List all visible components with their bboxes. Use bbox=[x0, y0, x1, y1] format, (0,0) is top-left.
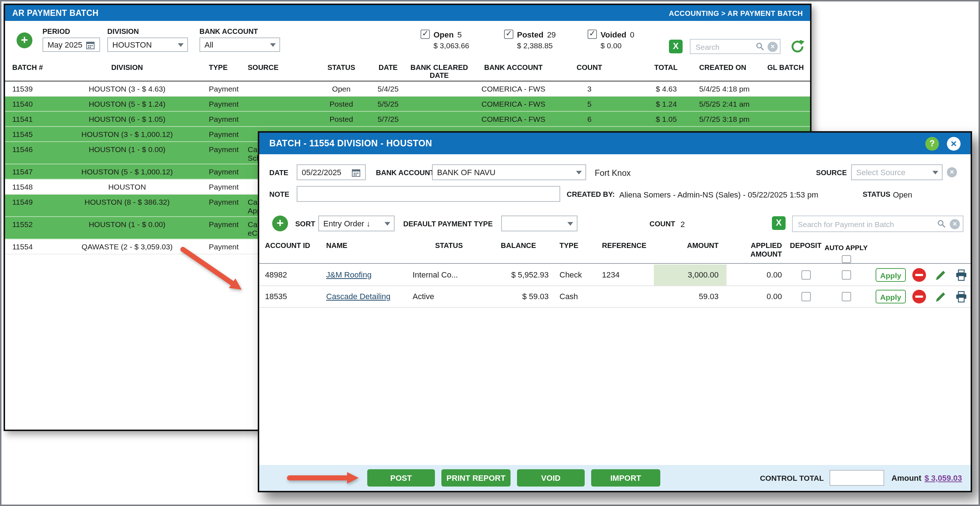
check-icon: ✓ bbox=[506, 29, 512, 38]
auto-apply-all-checkbox[interactable] bbox=[842, 255, 851, 263]
annotation-arrow-icon bbox=[286, 471, 366, 485]
void-button[interactable]: VOID bbox=[517, 469, 585, 487]
import-button[interactable]: IMPORT bbox=[591, 469, 660, 487]
print-payment-button[interactable] bbox=[955, 268, 968, 281]
source-select[interactable]: Select Source bbox=[851, 164, 943, 180]
cell-total: $ 4.63 bbox=[620, 81, 682, 96]
search-input[interactable] bbox=[690, 39, 781, 54]
status-filter-amount: $ 0.00 bbox=[601, 41, 671, 50]
col-balance: BALANCE bbox=[487, 239, 550, 263]
payment-row[interactable]: 18535 Cascade Detailing Active $ 59.03 C… bbox=[259, 286, 970, 308]
col-actions bbox=[864, 239, 969, 263]
post-button[interactable]: POST bbox=[367, 469, 435, 487]
cell-type: Payment bbox=[205, 112, 245, 126]
auto-apply-checkbox[interactable] bbox=[842, 270, 851, 280]
cell-total: $ 1.24 bbox=[620, 97, 682, 111]
excel-export-button[interactable]: X bbox=[772, 216, 786, 230]
payment-search-field: × bbox=[792, 215, 963, 232]
col-deposit: DEPOSIT bbox=[783, 239, 828, 263]
bank-account-select[interactable]: BANK OF NAVU bbox=[432, 164, 586, 180]
cell-batch: 11546 bbox=[5, 142, 50, 164]
edit-payment-button[interactable] bbox=[934, 290, 947, 303]
date-value: 05/22/2025 bbox=[302, 168, 341, 177]
table-row[interactable]: 11539 HOUSTON (3 - $ 4.63) Payment Open … bbox=[5, 81, 810, 97]
period-input[interactable]: May 2025 bbox=[43, 37, 100, 52]
screenshot: AR PAYMENT BATCH ACCOUNTING > AR PAYMENT… bbox=[0, 0, 980, 506]
remove-payment-button[interactable] bbox=[912, 290, 926, 303]
cell-division: HOUSTON (5 - $ 1,000.12) bbox=[50, 164, 205, 179]
cell-source bbox=[245, 112, 317, 126]
payments-table-body: 48982 J&M Roofing Internal Co... $ 5,952… bbox=[259, 265, 970, 308]
cell-bank-account: COMERICA - FWS bbox=[468, 112, 559, 126]
cell-created-on: 5/4/25 4:18 pm bbox=[682, 81, 761, 96]
table-row[interactable]: 11540 HOUSTON (5 - $ 1.24) Payment Poste… bbox=[5, 97, 810, 112]
account-name-link[interactable]: J&M Roofing bbox=[326, 270, 372, 279]
amount-total-link[interactable]: $ 3,059.03 bbox=[924, 474, 962, 482]
note-input[interactable] bbox=[297, 186, 560, 202]
bank-account-select[interactable]: All bbox=[199, 37, 280, 52]
status-filter-checkbox[interactable]: ✓ bbox=[587, 30, 597, 39]
status-filter-label: Posted bbox=[517, 30, 543, 38]
cell-source bbox=[245, 81, 317, 96]
cell-actions: Apply bbox=[864, 286, 969, 307]
apply-button[interactable]: Apply bbox=[876, 290, 906, 303]
sort-select[interactable]: Entry Order ↓ bbox=[318, 215, 395, 231]
breadcrumb[interactable]: ACCOUNTING > AR PAYMENT BATCH bbox=[669, 9, 803, 17]
check-icon: ✓ bbox=[589, 29, 595, 38]
cell-batch: 11539 bbox=[5, 81, 50, 96]
chevron-down-icon bbox=[567, 222, 573, 226]
edit-payment-button[interactable] bbox=[934, 268, 947, 281]
cell-name: Cascade Detailing bbox=[319, 286, 411, 307]
cell-reference: 1234 bbox=[593, 265, 654, 286]
ar-payment-batch-titlebar: AR PAYMENT BATCH ACCOUNTING > AR PAYMENT… bbox=[5, 5, 810, 21]
amount-input[interactable]: 59.03 bbox=[654, 286, 727, 307]
status-filter-checkbox[interactable]: ✓ bbox=[504, 30, 514, 39]
status-filter-checkbox[interactable]: ✓ bbox=[420, 30, 430, 39]
division-select[interactable]: HOUSTON bbox=[107, 37, 188, 52]
deposit-checkbox[interactable] bbox=[801, 270, 810, 280]
cell-type: Check bbox=[550, 265, 593, 286]
help-button[interactable]: ? bbox=[925, 137, 939, 150]
calendar-icon bbox=[352, 168, 361, 177]
col-reference: REFERENCE bbox=[593, 239, 654, 263]
deposit-checkbox[interactable] bbox=[801, 292, 810, 301]
cell-type: Payment bbox=[205, 97, 245, 111]
add-batch-button[interactable]: + bbox=[17, 32, 32, 48]
close-button[interactable]: × bbox=[947, 137, 961, 150]
cell-bank-account: COMERICA - FWS bbox=[468, 97, 559, 111]
source-label: SOURCE bbox=[812, 169, 847, 177]
refresh-icon[interactable] bbox=[790, 39, 805, 54]
cell-count: 3 bbox=[559, 81, 620, 96]
account-name-link[interactable]: Cascade Detailing bbox=[326, 292, 391, 300]
search-icon[interactable] bbox=[937, 219, 946, 228]
control-total-input[interactable] bbox=[829, 470, 884, 486]
excel-export-button[interactable]: X bbox=[669, 40, 682, 53]
payment-row[interactable]: 48982 J&M Roofing Internal Co... $ 5,952… bbox=[259, 265, 970, 286]
cell-auto-apply bbox=[828, 265, 864, 286]
cell-deposit bbox=[783, 286, 828, 307]
division-label: DIVISION bbox=[107, 27, 139, 35]
apply-button[interactable]: Apply bbox=[876, 268, 906, 282]
col-name: NAME bbox=[319, 239, 411, 263]
print-payment-button[interactable] bbox=[955, 290, 968, 303]
date-input[interactable]: 05/22/2025 bbox=[297, 164, 366, 180]
cell-division: HOUSTON (6 - $ 1.05) bbox=[50, 112, 205, 126]
auto-apply-checkbox[interactable] bbox=[842, 292, 851, 301]
col-count: COUNT bbox=[559, 61, 620, 81]
clear-source-icon[interactable]: × bbox=[947, 167, 957, 177]
add-payment-button[interactable]: + bbox=[272, 215, 288, 231]
table-row[interactable]: 11541 HOUSTON (6 - $ 1.05) Payment Poste… bbox=[5, 112, 810, 127]
remove-payment-button[interactable] bbox=[912, 268, 926, 282]
cell-date: 5/7/25 bbox=[366, 112, 410, 126]
clear-search-icon[interactable]: × bbox=[950, 219, 960, 229]
col-amount: AMOUNT bbox=[654, 239, 727, 263]
amount-input[interactable]: 3,000.00 bbox=[654, 265, 727, 286]
clear-search-icon[interactable]: × bbox=[768, 42, 778, 52]
chevron-down-icon bbox=[178, 43, 184, 47]
cell-bank-account: COMERICA - FWS bbox=[468, 81, 559, 96]
default-payment-type-select[interactable] bbox=[501, 215, 578, 231]
period-label: PERIOD bbox=[43, 27, 70, 35]
print-report-button[interactable]: PRINT REPORT bbox=[441, 469, 511, 487]
search-icon[interactable] bbox=[755, 42, 765, 51]
cell-type: Payment bbox=[205, 164, 245, 179]
